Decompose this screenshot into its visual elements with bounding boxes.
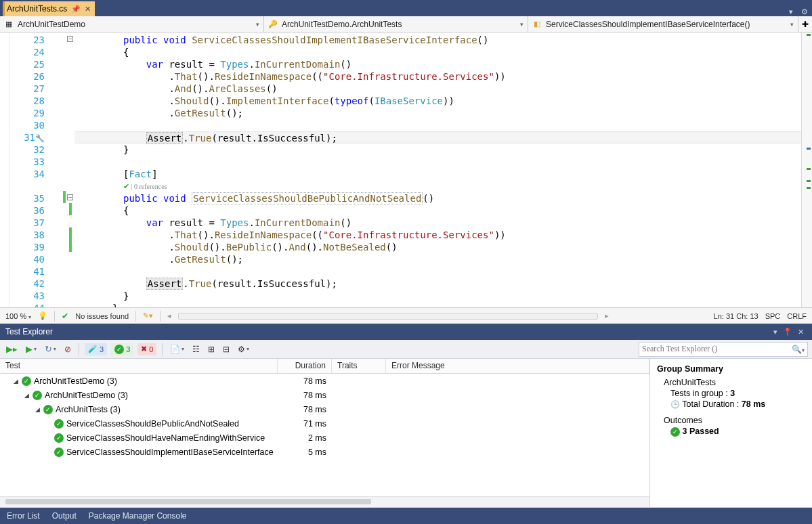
group-summary-panel: Group Summary ArchUnitTests Tests in gro… bbox=[649, 359, 812, 507]
test-duration: 5 ms bbox=[278, 447, 332, 457]
test-tree-hscroll[interactable] bbox=[0, 496, 649, 507]
pass-icon: ✓ bbox=[22, 376, 31, 386]
outcome-passed: ✓ 3 Passed bbox=[670, 427, 805, 437]
group-by-button[interactable]: ☷ bbox=[190, 344, 202, 355]
nav-member-dropdown[interactable]: ◧ ServiceClassesShouldImplementIBaseServ… bbox=[528, 16, 798, 32]
code-editor[interactable]: 232425262728293031🔧323334 35363738394041… bbox=[0, 32, 812, 307]
test-tree[interactable]: ◢✓ArchUnitTestDemo (3)78 ms◢✓ArchUnitTes… bbox=[0, 374, 649, 496]
tests-total-pill[interactable]: 🧪 3 bbox=[85, 343, 107, 355]
active-document-tab[interactable]: ArchUnitTests.cs 📌 ✕ bbox=[3, 1, 95, 16]
close-icon[interactable]: ✕ bbox=[795, 328, 807, 336]
pass-icon: ✓ bbox=[43, 405, 53, 414]
settings-button[interactable]: ⚙▾ bbox=[236, 344, 251, 355]
split-editor-icon[interactable]: ✚ bbox=[798, 16, 812, 32]
brush-icon[interactable]: ✎▾ bbox=[143, 311, 153, 320]
test-row[interactable]: ✓ServiceClassesShouldHaveNameEndingWithS… bbox=[0, 431, 649, 445]
vs-status-bar: Error List Output Package Manager Consol… bbox=[0, 508, 812, 524]
test-row[interactable]: ◢✓ArchUnitTests (3)78 ms bbox=[0, 402, 649, 416]
document-tab-bar: ArchUnitTests.cs 📌 ✕ ▾ ⚙ bbox=[0, 0, 812, 16]
pass-icon: ✓ bbox=[33, 391, 42, 400]
nav-class-dropdown[interactable]: 🔑 ArchUnitTestDemo.ArchUnitTests ▾ bbox=[264, 16, 528, 32]
col-test[interactable]: Test bbox=[0, 359, 278, 373]
summary-group: ArchUnitTests bbox=[664, 378, 805, 387]
tab-title: ArchUnitTests.cs bbox=[7, 4, 67, 14]
stop-button[interactable]: ⊘ bbox=[62, 344, 73, 355]
scroll-right-icon[interactable]: ▸ bbox=[605, 311, 609, 320]
tab-output[interactable]: Output bbox=[52, 511, 77, 521]
issues-text[interactable]: No issues found bbox=[75, 312, 129, 320]
summary-count: Tests in group : 3 bbox=[670, 389, 805, 398]
close-icon[interactable]: ✕ bbox=[85, 5, 91, 14]
check-icon: ✔ bbox=[62, 311, 68, 321]
test-explorer-toolbar: ▶▸ ▶ ▾ ↻▾ ⊘ 🧪 3 ✓ 3 ✖ 0 📄▾ ☷ ⊞ ⊟ ⚙▾ 🔍▾ bbox=[0, 340, 812, 359]
summary-heading: Group Summary bbox=[657, 364, 805, 374]
run-button[interactable]: ▶ ▾ bbox=[24, 343, 39, 355]
pass-icon: ✓ bbox=[670, 427, 680, 437]
test-search-input[interactable] bbox=[642, 344, 792, 354]
chevron-down-icon[interactable]: ▾ bbox=[771, 328, 780, 336]
repeat-button[interactable]: ↻▾ bbox=[43, 343, 58, 355]
clock-icon: 🕒 bbox=[670, 400, 680, 408]
test-row[interactable]: ✓ServiceClassesShouldBePublicAndNotSeale… bbox=[0, 416, 649, 431]
code-nav-bar: ▦ ArchUnitTestDemo ▾ 🔑 ArchUnitTestDemo.… bbox=[0, 16, 812, 32]
test-duration: 78 ms bbox=[278, 376, 332, 386]
test-duration: 78 ms bbox=[278, 391, 332, 400]
summary-duration: 🕒 Total Duration : 78 ms bbox=[670, 399, 805, 409]
test-name: ArchUnitTestDemo (3) bbox=[34, 376, 117, 386]
line-ending[interactable]: CRLF bbox=[787, 312, 807, 320]
test-name: ArchUnitTestDemo (3) bbox=[45, 391, 128, 400]
test-search-box[interactable]: 🔍▾ bbox=[639, 342, 808, 357]
gear-icon[interactable]: ⚙ bbox=[797, 7, 812, 16]
nav-project-dropdown[interactable]: ▦ ArchUnitTestDemo ▾ bbox=[0, 16, 264, 32]
test-row[interactable]: ◢✓ArchUnitTestDemo (3)78 ms bbox=[0, 374, 649, 388]
test-name: ServiceClassesShouldImplementIBaseServic… bbox=[66, 447, 274, 457]
col-duration[interactable]: Duration bbox=[278, 359, 332, 373]
class-icon: 🔑 bbox=[268, 20, 278, 29]
playlist-button[interactable]: 📄▾ bbox=[168, 344, 186, 355]
chevron-down-icon: ▾ bbox=[256, 21, 259, 28]
horizontal-scrollbar[interactable] bbox=[178, 313, 598, 320]
margin-bar bbox=[54, 32, 74, 307]
chevron-down-icon: ▾ bbox=[790, 21, 794, 28]
run-all-button[interactable]: ▶▸ bbox=[4, 343, 20, 355]
collapse-all-button[interactable]: ⊟ bbox=[221, 344, 232, 355]
expand-all-button[interactable]: ⊞ bbox=[206, 344, 217, 355]
code-area[interactable]: public void ServiceClassesShouldImplemen… bbox=[74, 32, 801, 307]
tab-pmc[interactable]: Package Manager Console bbox=[89, 511, 187, 521]
outcomes-heading: Outcomes bbox=[664, 416, 805, 425]
tests-failed-pill[interactable]: ✖ 0 bbox=[137, 343, 156, 355]
col-traits[interactable]: Traits bbox=[332, 359, 386, 373]
tab-error-list[interactable]: Error List bbox=[7, 511, 40, 521]
indent-mode[interactable]: SPC bbox=[765, 312, 781, 320]
test-name: ArchUnitTests (3) bbox=[56, 405, 121, 414]
scroll-left-icon[interactable]: ◂ bbox=[167, 311, 171, 320]
overview-ruler[interactable] bbox=[801, 32, 812, 307]
pin-icon[interactable]: 📍 bbox=[780, 328, 795, 336]
test-name: ServiceClassesShouldHaveNameEndingWithSe… bbox=[66, 433, 265, 443]
pin-icon[interactable]: 📌 bbox=[71, 5, 81, 14]
project-icon: ▦ bbox=[4, 20, 14, 29]
lightbulb-icon[interactable]: 💡 bbox=[38, 311, 47, 320]
pass-icon: ✓ bbox=[54, 433, 64, 443]
test-explorer-body: Test Duration Traits Error Message ◢✓Arc… bbox=[0, 359, 812, 508]
editor-status-bar: 100 % ▾ 💡 ✔ No issues found ✎▾ ◂ ▸ Ln: 3… bbox=[0, 307, 812, 324]
test-duration: 78 ms bbox=[278, 405, 332, 414]
test-explorer-title-bar: Test Explorer ▾ 📍 ✕ bbox=[0, 324, 812, 340]
test-duration: 2 ms bbox=[278, 433, 332, 443]
tests-passed-pill[interactable]: ✓ 3 bbox=[111, 343, 133, 355]
pass-icon: ✓ bbox=[54, 419, 64, 429]
search-icon[interactable]: 🔍▾ bbox=[792, 345, 805, 354]
test-row[interactable]: ◢✓ArchUnitTestDemo (3)78 ms bbox=[0, 388, 649, 402]
test-name: ServiceClassesShouldBePublicAndNotSealed bbox=[66, 419, 239, 429]
zoom-level[interactable]: 100 % ▾ bbox=[5, 312, 31, 320]
cursor-position[interactable]: Ln: 31 Ch: 13 bbox=[714, 312, 758, 320]
chevron-down-icon[interactable]: ▾ bbox=[785, 7, 797, 16]
nav-class-text: ArchUnitTestDemo.ArchUnitTests bbox=[282, 20, 402, 29]
test-row[interactable]: ✓ServiceClassesShouldImplementIBaseServi… bbox=[0, 445, 649, 459]
panel-title-text: Test Explorer bbox=[5, 327, 53, 336]
test-duration: 71 ms bbox=[278, 419, 332, 429]
pass-icon: ✓ bbox=[54, 447, 64, 457]
chevron-down-icon: ▾ bbox=[520, 21, 523, 28]
col-error[interactable]: Error Message bbox=[386, 359, 649, 373]
test-columns-header[interactable]: Test Duration Traits Error Message bbox=[0, 359, 649, 374]
